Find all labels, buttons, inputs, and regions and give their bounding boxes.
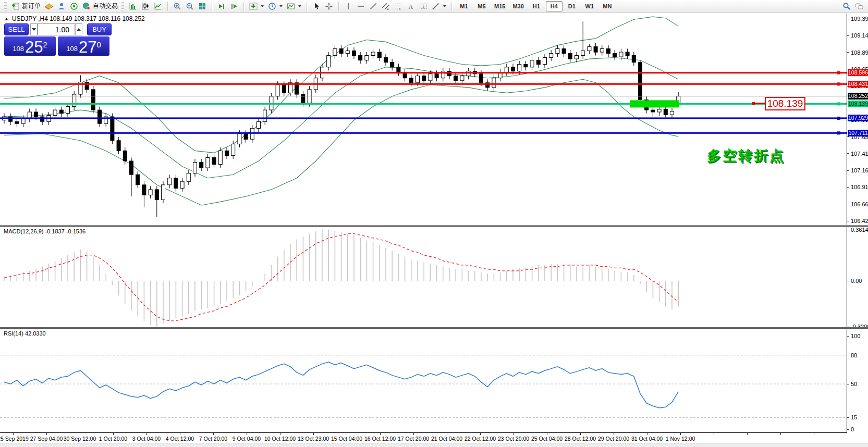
volume-decrease-button[interactable] bbox=[30, 23, 38, 35]
date-tick bbox=[680, 433, 681, 435]
auto-scroll-button[interactable] bbox=[216, 1, 227, 11]
dropdown-arrow-icon bbox=[279, 5, 283, 7]
rsi-panel-canvas[interactable] bbox=[0, 329, 847, 432]
macd-label: MACD(12,26,9) -0.1837 -0.1536 bbox=[4, 228, 85, 234]
auto-scroll-icon bbox=[217, 2, 226, 10]
timeframe-m1[interactable]: M1 bbox=[456, 1, 472, 11]
horizontal-line-button[interactable] bbox=[355, 1, 366, 11]
templates-button[interactable] bbox=[285, 1, 303, 11]
auto-trading-icon bbox=[82, 2, 91, 10]
text-button[interactable]: A bbox=[405, 1, 417, 11]
line-chart-button[interactable] bbox=[152, 1, 164, 11]
collapse-one-click-icon[interactable]: ▲ bbox=[4, 17, 9, 21]
panel-separator[interactable] bbox=[0, 327, 868, 329]
horizontal-line-icon bbox=[357, 2, 365, 10]
fibonacci-button[interactable]: F bbox=[393, 1, 404, 11]
cursor-icon bbox=[312, 2, 321, 10]
timeframe-mn[interactable]: MN bbox=[599, 1, 616, 11]
arrows-button[interactable] bbox=[430, 1, 448, 11]
date-label: 1 Nov 12:00 bbox=[655, 436, 705, 442]
indicators-button[interactable] bbox=[248, 1, 265, 11]
text-label-button[interactable]: T bbox=[418, 1, 429, 11]
auto-trading-button[interactable]: 自动交易 bbox=[81, 1, 119, 11]
sell-price-pips: 25 bbox=[25, 39, 43, 55]
date-tick bbox=[480, 433, 481, 435]
axis-tick bbox=[847, 417, 849, 418]
bar-chart-button[interactable] bbox=[127, 1, 139, 11]
crosshair-button[interactable] bbox=[323, 1, 335, 11]
profiles-button[interactable] bbox=[56, 1, 67, 11]
tile-windows-button[interactable] bbox=[197, 1, 208, 11]
buy-price-big-figure: 108 bbox=[66, 43, 78, 55]
date-tick bbox=[580, 433, 581, 435]
macd-panel-canvas[interactable] bbox=[0, 227, 847, 327]
date-tick bbox=[547, 433, 547, 435]
svg-text:A: A bbox=[409, 3, 413, 10]
timeframe-m30[interactable]: M30 bbox=[509, 1, 527, 11]
volume-increase-button[interactable] bbox=[75, 23, 82, 35]
price-axis-label: 106.420 bbox=[851, 218, 868, 224]
chat-button[interactable] bbox=[853, 1, 865, 11]
buy-button[interactable]: BUY bbox=[87, 23, 112, 35]
axis-tick bbox=[847, 429, 849, 430]
separator bbox=[167, 2, 168, 11]
group-handle bbox=[121, 2, 124, 10]
price-axis-label: 107.410 bbox=[851, 151, 868, 157]
zoom-in-button[interactable] bbox=[172, 1, 183, 11]
axis-tick bbox=[847, 355, 849, 355]
timeframe-m15[interactable]: M15 bbox=[491, 1, 508, 11]
timeframe-m5[interactable]: M5 bbox=[473, 1, 490, 11]
date-tick bbox=[80, 433, 80, 435]
axis-tick bbox=[847, 281, 849, 281]
axis-tick bbox=[847, 204, 849, 204]
price-axis: 109.390109.145108.895108.650108.400108.1… bbox=[847, 13, 868, 433]
price-axis-label: 109.390 bbox=[851, 16, 868, 22]
axis-tick bbox=[847, 187, 849, 188]
timeframe-d1[interactable]: D1 bbox=[564, 1, 580, 11]
indicators-icon bbox=[249, 2, 258, 10]
cursor-button[interactable] bbox=[311, 1, 322, 11]
chart-shift-button[interactable] bbox=[228, 1, 240, 11]
axis-tick bbox=[847, 153, 849, 154]
dropdown-arrow-icon bbox=[443, 5, 446, 7]
axis-tick bbox=[847, 384, 849, 384]
price-level-callout[interactable]: 108.139 bbox=[765, 97, 805, 110]
symbol-ohlc-line: USDJPY-,H4 108.149 108.317 108.116 108.2… bbox=[12, 15, 145, 22]
date-tick bbox=[313, 433, 314, 435]
search-button[interactable] bbox=[841, 1, 852, 11]
price-flag-dash bbox=[755, 103, 765, 104]
new-order-button[interactable]: 新订单 bbox=[10, 1, 42, 11]
timeframe-group: M1M5M15M30H1H4D1W1MN bbox=[456, 1, 616, 11]
signal-button[interactable] bbox=[68, 1, 80, 11]
history-button[interactable] bbox=[43, 1, 55, 11]
timeframe-h4[interactable]: H4 bbox=[546, 1, 563, 11]
timeframe-h1[interactable]: H1 bbox=[528, 1, 545, 11]
arrows-icon bbox=[432, 2, 440, 10]
timeframe-w1[interactable]: W1 bbox=[581, 1, 598, 11]
date-tick bbox=[413, 433, 414, 435]
zoom-out-button[interactable] bbox=[184, 1, 195, 11]
trendline-button[interactable] bbox=[368, 1, 379, 11]
sell-price-box[interactable]: 108 25 2 bbox=[4, 36, 56, 56]
volume-input[interactable] bbox=[38, 23, 75, 35]
buy-price-box[interactable]: 108 27 0 bbox=[58, 36, 109, 56]
sell-button[interactable]: SELL bbox=[4, 23, 29, 35]
macd-axis-label: -0.3209 bbox=[851, 324, 868, 330]
macd-axis-label: 0.3614 bbox=[851, 227, 868, 233]
periods-button[interactable] bbox=[266, 1, 284, 11]
axis-tick bbox=[847, 221, 849, 221]
rsi-axis-label: 50 bbox=[851, 381, 857, 387]
candlestick-chart-button[interactable] bbox=[140, 1, 151, 11]
price-axis-label: 108.895 bbox=[851, 49, 868, 56]
chart-header: ▲ USDJPY-,H4 108.149 108.317 108.116 108… bbox=[4, 15, 145, 22]
svg-text:F: F bbox=[399, 7, 401, 10]
main-chart-canvas[interactable] bbox=[0, 13, 847, 225]
panel-separator[interactable] bbox=[0, 225, 868, 227]
text-label-icon: T bbox=[419, 2, 427, 10]
new-order-label: 新订单 bbox=[22, 2, 41, 10]
equidistant-channel-button[interactable]: E bbox=[380, 1, 392, 11]
zoom-in-icon bbox=[173, 2, 181, 10]
status-strip bbox=[0, 443, 868, 447]
price-badge: 108.139 bbox=[848, 101, 868, 107]
vertical-line-button[interactable] bbox=[343, 1, 354, 11]
